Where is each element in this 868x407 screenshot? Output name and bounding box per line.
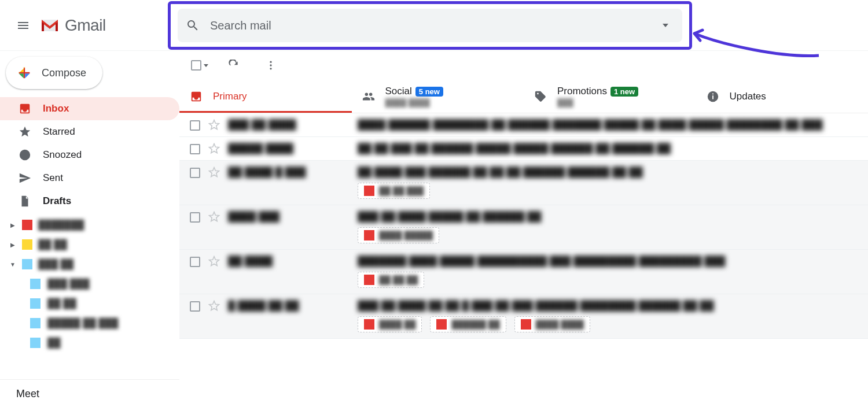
sublabel-item[interactable]: ██ (0, 333, 179, 353)
gmail-logo[interactable]: Gmail (39, 16, 106, 35)
mail-content: ███ ██ ████ █████ ██ ██████ ██████ █████ (358, 211, 858, 243)
attachment-chip[interactable]: ████ ██ (358, 316, 422, 332)
star-icon (19, 125, 31, 138)
attachment-chip[interactable]: ██████ ██ (430, 316, 506, 332)
chevron-right-icon: ▶ (9, 222, 16, 228)
star-outline-icon (208, 300, 220, 312)
attachment-icon (521, 319, 531, 330)
mail-sender: ███ ██ ████ (228, 119, 350, 131)
star-button[interactable] (208, 143, 220, 154)
attachment-icon (436, 319, 447, 330)
label-item[interactable]: ▶ ██ ██ (0, 235, 179, 254)
star-button[interactable] (208, 166, 220, 178)
chevron-down-icon: ▼ (9, 261, 16, 268)
row-checkbox[interactable] (190, 168, 200, 178)
attachment-icon (364, 275, 374, 285)
tab-title: Social (385, 86, 412, 97)
row-checkbox[interactable] (190, 301, 200, 312)
search-bar[interactable] (178, 9, 682, 42)
label-color-icon (22, 220, 32, 230)
tag-icon (534, 90, 547, 103)
attachments: ██ ██ ███ (358, 183, 858, 199)
people-icon (362, 90, 375, 103)
mail-content: ███████ ████ █████ ██████████ ███ ██████… (358, 256, 858, 288)
attachment-icon (364, 186, 374, 196)
inbox-icon (190, 90, 203, 103)
attachment-name: ████ ██ (379, 320, 415, 329)
star-button[interactable] (208, 300, 220, 312)
nav-sent[interactable]: Sent (0, 166, 179, 190)
nav-starred[interactable]: Starred (0, 120, 179, 143)
sublabel-text: █████ ██ ███ (47, 318, 118, 328)
mail-subject: ███████ ████ █████ ██████████ ███ ██████… (358, 256, 858, 267)
attachment-name: ██████ ██ (451, 320, 499, 329)
search-input[interactable] (210, 19, 663, 32)
compose-button[interactable]: Compose (6, 57, 102, 89)
attachments: ████ ████████ ██████ ████ (358, 316, 858, 332)
star-button[interactable] (208, 211, 220, 223)
send-icon (19, 172, 31, 184)
row-checkbox[interactable] (190, 257, 200, 267)
sublabel-item[interactable]: ██ ██ (0, 294, 179, 313)
mail-row[interactable]: ██ ████ █ █████ ████ ███ ██████ ██ ██ ██… (179, 161, 868, 205)
star-button[interactable] (208, 256, 220, 267)
star-button[interactable] (208, 119, 220, 131)
refresh-button[interactable] (222, 54, 245, 77)
label-color-icon (22, 239, 32, 250)
row-checkbox[interactable] (190, 212, 200, 223)
clock-icon (19, 149, 31, 161)
refresh-icon (228, 60, 240, 71)
svg-point-0 (270, 61, 271, 63)
sublabel-item[interactable]: █████ ██ ███ (0, 313, 179, 333)
main-content: Primary Social5 new ████ ████ Promotions… (179, 51, 868, 407)
attachment-name: ████ █████ (379, 231, 433, 240)
more-button[interactable] (259, 54, 282, 77)
attachment-chip[interactable]: ████ ████ (514, 316, 590, 332)
attachment-chip[interactable]: ████ █████ (358, 227, 439, 243)
tab-social[interactable]: Social5 new ████ ████ (352, 80, 524, 113)
mail-row[interactable]: ██ ███████████ ████ █████ ██████████ ███… (179, 250, 868, 294)
sidebar: Compose Inbox Starred Snoozed Sent (0, 51, 179, 407)
mail-subject: ██ ████ ███ ██████ ██ ██ ██ ██████ █████… (358, 166, 858, 178)
sublabel-text: ██ ██ (47, 298, 76, 309)
tab-secondary: ████ ████ (385, 98, 443, 107)
hamburger-icon (16, 18, 30, 32)
tab-primary[interactable]: Primary (179, 80, 352, 113)
mail-row[interactable]: ████ ██████ ██ ████ █████ ██ ██████ ████… (179, 205, 868, 250)
select-all-checkbox[interactable] (191, 60, 208, 71)
label-item[interactable]: ▼ ███ ██ (0, 254, 179, 274)
more-vert-icon (265, 60, 277, 71)
mail-row[interactable]: █ ████ ██ █████ ██ ████ ██ ██ █ ███ ██ █… (179, 294, 868, 339)
attachment-chip[interactable]: ██ ██ ██ (358, 272, 424, 288)
attachments: ████ █████ (358, 227, 858, 243)
star-outline-icon (208, 256, 220, 267)
mail-sender: ██ ████ █ ███ (228, 166, 350, 178)
tab-promotions[interactable]: Promotions1 new ███ (524, 80, 696, 113)
nav-inbox[interactable]: Inbox (0, 97, 179, 120)
attachment-chip[interactable]: ██ ██ ███ (358, 183, 430, 199)
mail-row[interactable]: ███ ██ ████████ ██████ ████████ ██ █████… (179, 113, 868, 137)
meet-section-header: Meet (0, 379, 179, 407)
mail-subject: ████ ██████ ████████ ██ ██████ ███████ █… (358, 119, 858, 131)
star-outline-icon (208, 166, 220, 178)
main-menu-button[interactable] (9, 12, 37, 39)
nav-list: Inbox Starred Snoozed Sent Drafts (0, 97, 179, 213)
mail-row[interactable]: █████ ██████ ██ ███ ██ ██████ █████ ████… (179, 137, 868, 161)
search-options-caret-icon[interactable] (663, 24, 668, 27)
nav-label: Sent (43, 172, 63, 184)
nav-drafts[interactable]: Drafts (0, 190, 179, 213)
nav-snoozed[interactable]: Snoozed (0, 143, 179, 166)
label-item[interactable]: ▶ ███████ (0, 215, 179, 235)
row-checkbox[interactable] (190, 120, 200, 131)
star-outline-icon (208, 119, 220, 131)
sublabel-item[interactable]: ███ ███ (0, 274, 179, 294)
row-checkbox[interactable] (190, 144, 200, 154)
label-text: ███████ (38, 220, 84, 230)
svg-rect-5 (712, 93, 713, 94)
tab-secondary: ███ (557, 98, 638, 107)
label-color-icon (30, 298, 41, 309)
sublabel-text: ███ ███ (47, 279, 89, 289)
attachment-name: ██ ██ ███ (379, 186, 424, 195)
tab-updates[interactable]: Updates (696, 80, 869, 113)
search-icon (186, 18, 200, 32)
